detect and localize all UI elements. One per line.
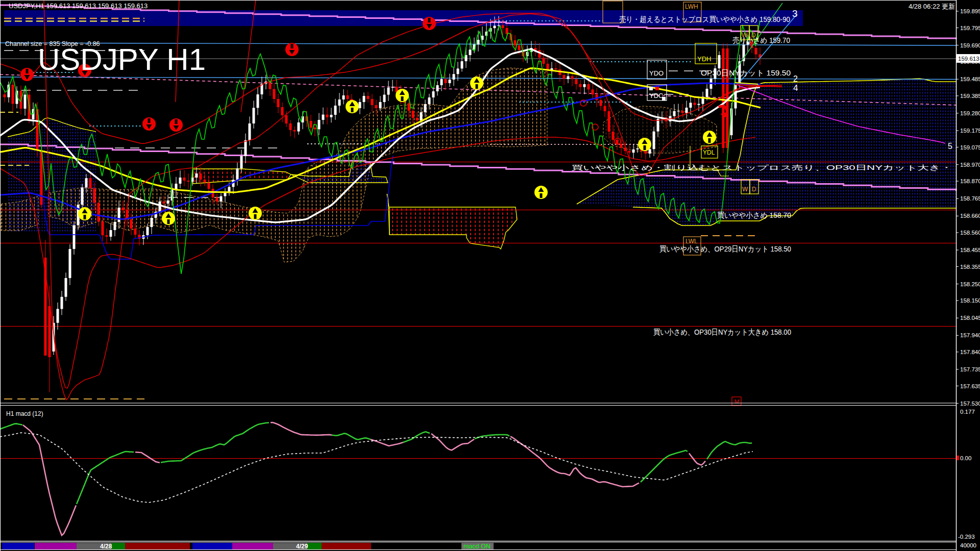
svg-text:USDJPY,H1 159.613 159.613 159: USDJPY,H1 159.613 159.613 159.613 159.61… [9, 2, 148, 10]
svg-text:159.075: 159.075 [960, 144, 980, 151]
svg-text:売り小さめ 159.70: 売り小さめ 159.70 [732, 36, 790, 44]
svg-text:159.280: 159.280 [960, 110, 980, 116]
svg-text:買いやや小さめ・割り込むとストップロス売り、OP30日NYカ: 買いやや小さめ・割り込むとストップロス売り、OP30日NYカット大き・ [572, 164, 952, 171]
svg-text:158.250: 158.250 [960, 281, 980, 287]
svg-text:YDC: YDC [649, 92, 663, 99]
svg-text:Channel size = 835 Slope = -0.: Channel size = 835 Slope = -0.86 [5, 40, 100, 47]
svg-text:買い小さめ、OP30日NYカット大きめ 158.00: 買い小さめ、OP30日NYカット大きめ 158.00 [653, 328, 791, 336]
svg-text:0.177: 0.177 [960, 409, 975, 415]
svg-text:158.765: 158.765 [960, 195, 980, 202]
svg-text:3: 3 [792, 8, 798, 19]
svg-text:4: 4 [793, 83, 798, 93]
svg-text:4/28 06:22 更新: 4/28 06:22 更新 [909, 3, 955, 10]
svg-text:macd ON: macd ON [463, 543, 491, 550]
svg-text:買いやや小さめ 158.70: 買いやや小さめ 158.70 [717, 211, 791, 219]
svg-text:D: D [752, 186, 756, 193]
svg-text:M: M [734, 398, 739, 405]
svg-text:158.455: 158.455 [960, 247, 980, 253]
svg-text:159.613: 159.613 [958, 56, 979, 62]
svg-text:159.485: 159.485 [960, 76, 980, 82]
svg-text:YDH: YDH [697, 55, 711, 63]
svg-text:W: W [742, 186, 748, 193]
svg-text:159.690: 159.690 [960, 42, 980, 48]
svg-text:USDJPY H1: USDJPY H1 [38, 42, 206, 77]
svg-text:4/29: 4/29 [296, 543, 308, 550]
svg-text:157.735: 157.735 [960, 366, 980, 372]
svg-text:OP30日NYカット 159.50: OP30日NYカット 159.50 [701, 68, 791, 77]
svg-text:LWL: LWL [685, 238, 698, 245]
svg-text:40000: 40000 [960, 542, 976, 548]
svg-text:YDO: YDO [649, 69, 664, 77]
svg-text:159.175: 159.175 [960, 128, 980, 134]
svg-text:159.895: 159.895 [960, 8, 980, 14]
svg-text:5: 5 [948, 142, 952, 151]
svg-text:157.840: 157.840 [960, 349, 980, 355]
svg-text:4/28: 4/28 [100, 543, 112, 550]
svg-text:2: 2 [793, 74, 798, 83]
svg-text:157.635: 157.635 [960, 383, 980, 389]
svg-text:売り・超えるとストップロス買いやや小さめ 159.80-90: 売り・超えるとストップロス買いやや小さめ 159.80-90 [619, 15, 790, 23]
svg-text:158.870: 158.870 [960, 178, 980, 184]
svg-text:-0.293: -0.293 [958, 534, 975, 540]
svg-text:LWH: LWH [685, 3, 698, 10]
svg-text:158.150: 158.150 [960, 297, 980, 304]
svg-text:158.045: 158.045 [960, 315, 980, 321]
svg-text:YDL: YDL [703, 149, 715, 156]
svg-text:159.385: 159.385 [960, 93, 980, 99]
svg-text:157.940: 157.940 [960, 332, 980, 338]
svg-text:158.355: 158.355 [960, 264, 980, 270]
svg-text:0.00: 0.00 [960, 455, 971, 461]
svg-text:158.560: 158.560 [960, 230, 980, 236]
svg-text:H1 macd (12): H1 macd (12) [6, 410, 43, 417]
svg-text:158.660: 158.660 [960, 213, 980, 219]
svg-text:158.970: 158.970 [960, 162, 980, 168]
svg-text:159.795: 159.795 [960, 25, 980, 31]
svg-text:157.530: 157.530 [960, 400, 980, 407]
svg-text:買いやや小さめ、OP29日NYカット 158.50: 買いやや小さめ、OP29日NYカット 158.50 [659, 244, 791, 253]
